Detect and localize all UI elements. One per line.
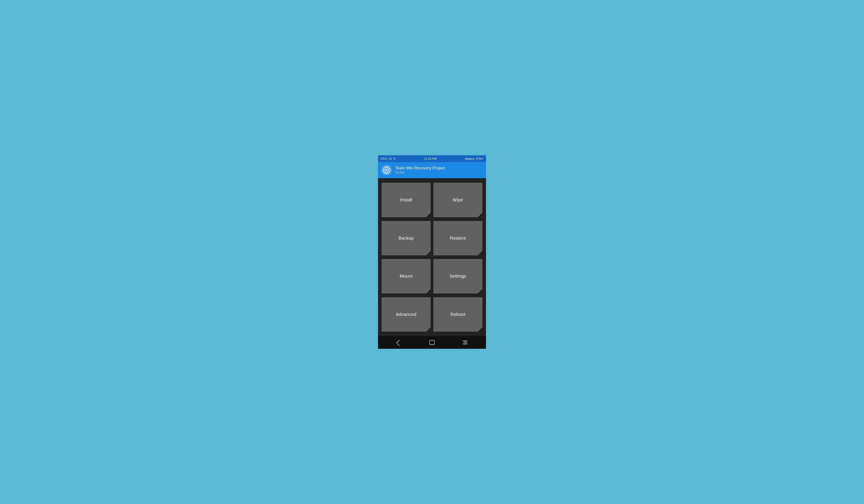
mount-button[interactable]: Mount: [382, 259, 431, 293]
wipe-button[interactable]: Wipe: [433, 183, 482, 217]
button-row-1: Install Wipe: [382, 183, 482, 217]
button-row-2: Backup Restore: [382, 221, 482, 256]
back-icon: [396, 340, 403, 346]
home-icon: [430, 340, 434, 345]
menu-line-1: [463, 341, 467, 341]
menu-line-2: [464, 342, 467, 343]
app-title: Team Win Recovery Project: [395, 166, 445, 171]
twrp-logo-icon: [383, 166, 391, 174]
menu-nav-button[interactable]: [460, 337, 470, 347]
settings-button[interactable]: Settings: [433, 259, 482, 293]
app-version: 3.0.0-0: [395, 171, 445, 175]
reboot-button[interactable]: Reboot: [433, 297, 482, 332]
time-status: 11:14 PM: [424, 157, 437, 160]
app-header: Team Win Recovery Project 3.0.0-0: [378, 162, 486, 178]
main-content: Install Wipe Backup Restore Mount Settin…: [378, 178, 486, 336]
nav-bar: [378, 336, 486, 349]
status-bar: CPU: 23 °C 11:14 PM Battery: 37%+: [378, 155, 486, 162]
menu-line-3: [463, 344, 467, 344]
back-nav-button[interactable]: [394, 337, 404, 347]
install-button[interactable]: Install: [382, 183, 431, 217]
button-row-3: Mount Settings: [382, 259, 482, 293]
menu-icon: [463, 341, 467, 344]
phone-container: CPU: 23 °C 11:14 PM Battery: 37%+ Team W…: [378, 155, 486, 349]
battery-status: Battery: 37%+: [465, 157, 483, 160]
advanced-button[interactable]: Advanced: [382, 297, 431, 332]
header-text: Team Win Recovery Project 3.0.0-0: [395, 166, 445, 174]
backup-button[interactable]: Backup: [382, 221, 431, 256]
cpu-status: CPU: 23 °C: [381, 157, 396, 160]
app-logo: [381, 165, 392, 176]
home-nav-button[interactable]: [427, 337, 437, 347]
button-row-4: Advanced Reboot: [382, 297, 482, 332]
restore-button[interactable]: Restore: [433, 221, 482, 256]
